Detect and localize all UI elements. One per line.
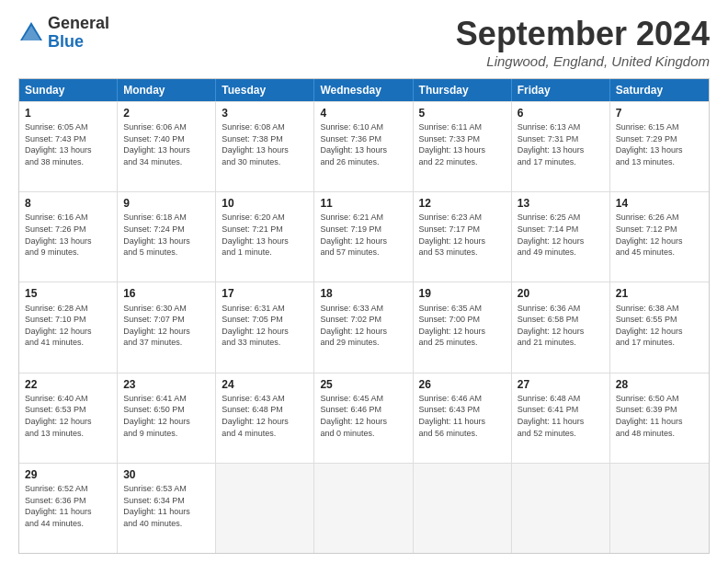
day-number: 4 — [320, 106, 406, 121]
day-info: Sunrise: 6:13 AM Sunset: 7:31 PM Dayligh… — [518, 121, 604, 167]
day-number: 13 — [518, 196, 604, 211]
day-number: 15 — [25, 286, 111, 301]
weekday-saturday: Saturday — [610, 79, 709, 101]
day-info: Sunrise: 6:33 AM Sunset: 7:02 PM Dayligh… — [320, 303, 406, 349]
calendar-row: 29Sunrise: 6:52 AM Sunset: 6:36 PM Dayli… — [19, 463, 709, 553]
table-row: 23Sunrise: 6:41 AM Sunset: 6:50 PM Dayli… — [118, 373, 216, 463]
day-number: 22 — [25, 377, 111, 392]
day-number: 20 — [518, 286, 604, 301]
day-number: 7 — [616, 106, 703, 121]
day-info: Sunrise: 6:48 AM Sunset: 6:41 PM Dayligh… — [518, 393, 604, 439]
calendar: Sunday Monday Tuesday Wednesday Thursday… — [18, 78, 710, 554]
day-info: Sunrise: 6:11 AM Sunset: 7:33 PM Dayligh… — [419, 121, 506, 167]
table-row: 22Sunrise: 6:40 AM Sunset: 6:53 PM Dayli… — [19, 373, 118, 463]
day-number: 1 — [25, 106, 111, 121]
day-number: 25 — [320, 377, 406, 392]
month-title: September 2024 — [456, 15, 710, 53]
day-info: Sunrise: 6:26 AM Sunset: 7:12 PM Dayligh… — [616, 212, 703, 258]
day-number: 2 — [123, 106, 210, 121]
day-info: Sunrise: 6:25 AM Sunset: 7:14 PM Dayligh… — [518, 212, 604, 258]
day-info: Sunrise: 6:21 AM Sunset: 7:19 PM Dayligh… — [320, 212, 406, 258]
day-info: Sunrise: 6:10 AM Sunset: 7:36 PM Dayligh… — [320, 121, 406, 167]
day-info: Sunrise: 6:18 AM Sunset: 7:24 PM Dayligh… — [123, 212, 210, 258]
day-info: Sunrise: 6:28 AM Sunset: 7:10 PM Dayligh… — [25, 303, 111, 349]
table-row: 10Sunrise: 6:20 AM Sunset: 7:21 PM Dayli… — [216, 192, 314, 282]
day-number: 26 — [419, 377, 506, 392]
day-info: Sunrise: 6:43 AM Sunset: 6:48 PM Dayligh… — [222, 393, 308, 439]
table-row: 6Sunrise: 6:13 AM Sunset: 7:31 PM Daylig… — [512, 102, 610, 191]
table-row — [216, 464, 314, 553]
day-info: Sunrise: 6:16 AM Sunset: 7:26 PM Dayligh… — [25, 212, 111, 258]
table-row: 29Sunrise: 6:52 AM Sunset: 6:36 PM Dayli… — [19, 464, 118, 553]
day-number: 27 — [518, 377, 604, 392]
table-row: 28Sunrise: 6:50 AM Sunset: 6:39 PM Dayli… — [610, 373, 709, 463]
day-info: Sunrise: 6:20 AM Sunset: 7:21 PM Dayligh… — [222, 212, 308, 258]
weekday-tuesday: Tuesday — [216, 79, 314, 101]
day-number: 14 — [616, 196, 703, 211]
day-number: 19 — [419, 286, 506, 301]
table-row: 16Sunrise: 6:30 AM Sunset: 7:07 PM Dayli… — [118, 282, 216, 372]
table-row — [314, 464, 413, 553]
day-info: Sunrise: 6:31 AM Sunset: 7:05 PM Dayligh… — [222, 303, 308, 349]
day-info: Sunrise: 6:35 AM Sunset: 7:00 PM Dayligh… — [419, 303, 506, 349]
table-row: 26Sunrise: 6:46 AM Sunset: 6:43 PM Dayli… — [414, 373, 512, 463]
table-row: 15Sunrise: 6:28 AM Sunset: 7:10 PM Dayli… — [19, 282, 118, 372]
calendar-row: 22Sunrise: 6:40 AM Sunset: 6:53 PM Dayli… — [19, 373, 709, 463]
day-number: 29 — [25, 467, 111, 482]
calendar-row: 15Sunrise: 6:28 AM Sunset: 7:10 PM Dayli… — [19, 282, 709, 372]
day-number: 10 — [222, 196, 308, 211]
table-row: 18Sunrise: 6:33 AM Sunset: 7:02 PM Dayli… — [314, 282, 413, 372]
table-row: 27Sunrise: 6:48 AM Sunset: 6:41 PM Dayli… — [512, 373, 610, 463]
day-info: Sunrise: 6:06 AM Sunset: 7:40 PM Dayligh… — [123, 121, 210, 167]
table-row: 14Sunrise: 6:26 AM Sunset: 7:12 PM Dayli… — [610, 192, 709, 282]
table-row: 19Sunrise: 6:35 AM Sunset: 7:00 PM Dayli… — [414, 282, 512, 372]
day-number: 21 — [616, 286, 703, 301]
calendar-body: 1Sunrise: 6:05 AM Sunset: 7:43 PM Daylig… — [19, 101, 709, 553]
calendar-row: 8Sunrise: 6:16 AM Sunset: 7:26 PM Daylig… — [19, 191, 709, 282]
table-row: 1Sunrise: 6:05 AM Sunset: 7:43 PM Daylig… — [19, 102, 118, 191]
day-number: 3 — [222, 106, 308, 121]
calendar-row: 1Sunrise: 6:05 AM Sunset: 7:43 PM Daylig… — [19, 101, 709, 191]
table-row: 3Sunrise: 6:08 AM Sunset: 7:38 PM Daylig… — [216, 102, 314, 191]
day-info: Sunrise: 6:52 AM Sunset: 6:36 PM Dayligh… — [25, 483, 111, 529]
table-row: 25Sunrise: 6:45 AM Sunset: 6:46 PM Dayli… — [314, 373, 413, 463]
day-info: Sunrise: 6:40 AM Sunset: 6:53 PM Dayligh… — [25, 393, 111, 439]
title-block: September 2024 Lingwood, England, United… — [456, 15, 710, 69]
logo-general: General — [48, 15, 109, 33]
day-number: 24 — [222, 377, 308, 392]
day-info: Sunrise: 6:46 AM Sunset: 6:43 PM Dayligh… — [419, 393, 506, 439]
day-info: Sunrise: 6:41 AM Sunset: 6:50 PM Dayligh… — [123, 393, 210, 439]
table-row: 8Sunrise: 6:16 AM Sunset: 7:26 PM Daylig… — [19, 192, 118, 282]
day-info: Sunrise: 6:30 AM Sunset: 7:07 PM Dayligh… — [123, 303, 210, 349]
table-row: 20Sunrise: 6:36 AM Sunset: 6:58 PM Dayli… — [512, 282, 610, 372]
weekday-thursday: Thursday — [414, 79, 512, 101]
day-number: 9 — [123, 196, 210, 211]
table-row: 9Sunrise: 6:18 AM Sunset: 7:24 PM Daylig… — [118, 192, 216, 282]
table-row — [610, 464, 709, 553]
weekday-friday: Friday — [512, 79, 610, 101]
table-row: 2Sunrise: 6:06 AM Sunset: 7:40 PM Daylig… — [118, 102, 216, 191]
day-number: 28 — [616, 377, 703, 392]
day-info: Sunrise: 6:45 AM Sunset: 6:46 PM Dayligh… — [320, 393, 406, 439]
logo-icon — [18, 20, 44, 46]
weekday-wednesday: Wednesday — [314, 79, 413, 101]
table-row: 21Sunrise: 6:38 AM Sunset: 6:55 PM Dayli… — [610, 282, 709, 372]
table-row: 7Sunrise: 6:15 AM Sunset: 7:29 PM Daylig… — [610, 102, 709, 191]
weekday-sunday: Sunday — [19, 79, 118, 101]
page-header: General Blue September 2024 Lingwood, En… — [18, 15, 710, 69]
day-info: Sunrise: 6:08 AM Sunset: 7:38 PM Dayligh… — [222, 121, 308, 167]
day-info: Sunrise: 6:36 AM Sunset: 6:58 PM Dayligh… — [518, 303, 604, 349]
table-row: 24Sunrise: 6:43 AM Sunset: 6:48 PM Dayli… — [216, 373, 314, 463]
day-number: 12 — [419, 196, 506, 211]
day-info: Sunrise: 6:53 AM Sunset: 6:34 PM Dayligh… — [123, 483, 210, 529]
day-info: Sunrise: 6:38 AM Sunset: 6:55 PM Dayligh… — [616, 303, 703, 349]
table-row: 30Sunrise: 6:53 AM Sunset: 6:34 PM Dayli… — [118, 464, 216, 553]
table-row — [512, 464, 610, 553]
day-number: 8 — [25, 196, 111, 211]
logo: General Blue — [18, 15, 109, 52]
day-number: 5 — [419, 106, 506, 121]
day-number: 6 — [518, 106, 604, 121]
day-number: 18 — [320, 286, 406, 301]
location: Lingwood, England, United Kingdom — [456, 53, 710, 69]
day-info: Sunrise: 6:50 AM Sunset: 6:39 PM Dayligh… — [616, 393, 703, 439]
